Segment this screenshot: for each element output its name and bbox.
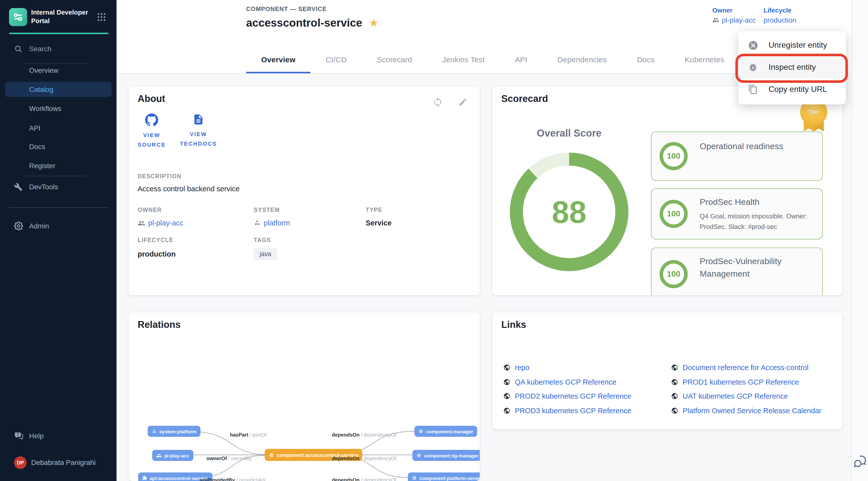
lifecycle-label: Lifecycle: [764, 6, 797, 14]
edge-label-apiprovidedby: apiProvidedBy / providesApi: [200, 477, 265, 481]
menu-item-inspect-entity[interactable]: Inspect entity: [738, 56, 846, 78]
node-component-manager[interactable]: component:manager: [414, 426, 477, 437]
view-techdocs-button[interactable]: VIEW TECHDOCS: [176, 114, 221, 149]
right-rail: [851, 0, 868, 481]
tab-scorecard[interactable]: Scorecard: [362, 45, 427, 73]
link-document-reference[interactable]: Document reference for Access-control: [671, 363, 808, 372]
app-window: Internal Developer Portal Search Overvie…: [0, 0, 868, 481]
score-card-prodsec-health[interactable]: 100 ProdSec Health Q4 Goal, mission impo…: [651, 188, 823, 239]
link-repo[interactable]: repo: [503, 363, 529, 372]
score-card-prodsec-vulnerability[interactable]: 100 ProdSec-Vulnerability Management: [651, 248, 823, 295]
node-component-ng-manager[interactable]: component:ng-manager: [412, 450, 480, 461]
tab-overview[interactable]: Overview: [246, 45, 311, 73]
sidebar-item-api[interactable]: API: [0, 121, 117, 135]
score-ring: 100: [659, 142, 688, 170]
link-uat-kubernetes[interactable]: UAT kubernetes GCP Reference: [671, 392, 788, 400]
lifecycle-block: Lifecycle production: [764, 6, 797, 24]
node-component-platform-service[interactable]: component:platform-service: [408, 473, 480, 481]
globe-icon: [503, 379, 510, 386]
lifecycle-field-label: LIFECYCLE: [137, 237, 173, 243]
sidebar-search[interactable]: Search: [0, 41, 117, 56]
type-field-label: TYPE: [366, 207, 382, 213]
link-prod1-kubernetes[interactable]: PROD1 kubernetes GCP Reference: [671, 378, 799, 386]
portal-logo[interactable]: [9, 8, 27, 26]
globe-icon: [503, 364, 510, 371]
score-ring: 100: [659, 200, 688, 228]
people-icon: [137, 219, 145, 227]
sidebar-item-catalog[interactable]: Catalog: [5, 82, 112, 97]
breadcrumb: COMPONENT — SERVICE: [246, 5, 327, 12]
sidebar-item-workflows[interactable]: Workflows: [0, 101, 117, 116]
globe-icon: [671, 379, 678, 386]
edge-label-dependson-1: dependsOn / dependencyOf: [332, 432, 397, 438]
bug-icon: [746, 62, 760, 72]
entity-tabs: Overview CI/CD Scorecard Jenkins Test AP…: [246, 45, 817, 73]
wrench-icon: [14, 183, 23, 191]
link-prod3-kubernetes[interactable]: PROD3 kubernetes GCP Reference: [503, 407, 631, 415]
sidebar: Internal Developer Portal Search Overvie…: [0, 0, 117, 481]
chat-bubbles-icon[interactable]: [854, 454, 868, 474]
sidebar-item-overview[interactable]: Overview: [0, 63, 117, 78]
help-chat-icon: ?: [14, 431, 24, 441]
sidebar-item-devtools[interactable]: DevTools: [0, 179, 117, 194]
edit-icon[interactable]: [456, 95, 469, 108]
divider: [23, 176, 87, 176]
tab-jenkins-test[interactable]: Jenkins Test: [427, 45, 500, 73]
avatar[interactable]: DP: [14, 456, 27, 469]
relations-card: Relations system:platform pl-play-acc ap…: [129, 312, 480, 481]
gear-icon: [14, 221, 23, 230]
tier-ribbon-label: Tier: [809, 109, 819, 115]
node-pl-play-acc[interactable]: pl-play-acc: [152, 450, 193, 461]
link-prod2-kubernetes[interactable]: PROD2 kubernetes GCP Reference: [503, 392, 631, 400]
sidebar-item-help[interactable]: ? Help: [0, 428, 117, 443]
entity-context-menu: Unregister entity Inspect entity Copy en…: [738, 31, 846, 104]
techdocs-icon: [192, 114, 205, 126]
sidebar-accent-divider: [9, 33, 108, 34]
menu-item-unregister-entity[interactable]: Unregister entity: [738, 34, 846, 56]
edge-label-dependson-3: dependsOn / dependencyOf: [332, 477, 397, 481]
svg-text:?: ?: [17, 432, 19, 436]
link-release-calendar[interactable]: Platform Owned Service Release Calendar: [671, 407, 822, 415]
tab-cicd[interactable]: CI/CD: [311, 45, 362, 73]
tab-docs[interactable]: Docs: [622, 45, 670, 73]
tags-field-label: TAGS: [254, 237, 271, 243]
node-system-platform[interactable]: system:platform: [148, 426, 200, 437]
github-icon: [145, 114, 158, 127]
system-field-link[interactable]: platform: [254, 219, 290, 227]
lifecycle-value: production: [764, 16, 797, 24]
overall-donut: 88: [510, 153, 628, 271]
system-icon: [254, 219, 261, 226]
owner-field-link[interactable]: pl-play-acc: [137, 219, 183, 227]
tab-kubernetes[interactable]: Kubernetes: [670, 45, 739, 73]
about-card: About VIEW SOURCE VIEW TECHDOCS DESCRIPT…: [129, 86, 480, 295]
edge-label-ownerof: ownerOf / ownedBy: [207, 456, 252, 461]
circuit-logo-icon: [12, 11, 24, 23]
score-card-operational-readiness[interactable]: 100 Operational readiness: [651, 132, 823, 181]
edge-label-haspart: hasPart / partOf: [230, 432, 267, 438]
view-source-button[interactable]: VIEW SOURCE: [129, 114, 174, 150]
globe-icon: [503, 393, 510, 400]
tab-api[interactable]: API: [500, 45, 542, 73]
owner-field-label: OWNER: [137, 207, 162, 213]
scorecard-card: Scorecard Overall Score 88 100 Operation…: [492, 86, 842, 295]
sidebar-item-register[interactable]: Register: [0, 158, 117, 173]
menu-item-copy-entity-url[interactable]: Copy entity URL: [738, 78, 846, 100]
edge-label-dependson-2: dependsOn / dependencyOf: [332, 456, 397, 461]
globe-icon: [671, 364, 678, 371]
favorite-star-icon[interactable]: ★: [369, 18, 378, 29]
links-title: Links: [501, 319, 526, 330]
tab-dependencies[interactable]: Dependencies: [542, 45, 622, 73]
owner-link[interactable]: pl-play-acc: [712, 16, 756, 24]
sidebar-item-docs[interactable]: Docs: [0, 139, 117, 154]
owner-label: Owner: [712, 6, 756, 14]
refresh-icon[interactable]: [431, 95, 444, 108]
scorecard-title: Scorecard: [501, 93, 548, 104]
globe-icon: [671, 407, 678, 414]
apps-grid-icon[interactable]: [96, 12, 106, 24]
divider: [8, 207, 108, 208]
system-field-label: SYSTEM: [254, 207, 280, 213]
link-qa-kubernetes[interactable]: QA kubernetes GCP Reference: [503, 378, 616, 386]
sidebar-item-admin[interactable]: Admin: [0, 218, 117, 233]
links-card: Links repo QA kubernetes GCP Reference P…: [492, 312, 842, 429]
description-label: DESCRIPTION: [137, 173, 182, 179]
